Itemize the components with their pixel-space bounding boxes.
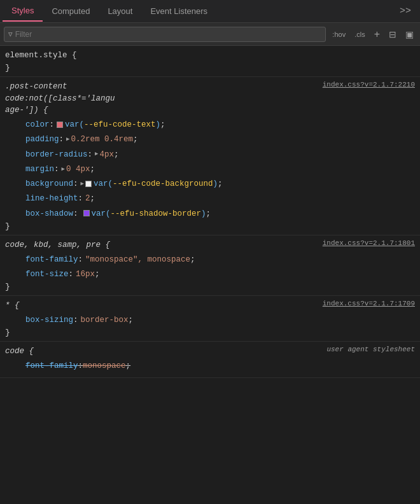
rule-element-style-header: element.style { bbox=[0, 50, 420, 62]
style-icon-2[interactable]: ▣ bbox=[403, 28, 416, 41]
color-swatch-shadow-border[interactable] bbox=[83, 210, 90, 216]
rule-brace-close-code-kbd: } bbox=[0, 282, 420, 291]
rule-code-ua-header: code { user agent stylesheet bbox=[0, 346, 420, 358]
rule-props-star: box-sizing : border-box ; bbox=[0, 313, 420, 328]
rule-star: * { index.css?v=2.1.7:1709 box-sizing : … bbox=[0, 296, 420, 342]
rule-source-post-content[interactable]: index.css?v=2.1.7:2210 bbox=[323, 81, 415, 88]
rule-star-header: * { index.css?v=2.1.7:1709 bbox=[0, 300, 420, 312]
expand-icon[interactable]: ▶ bbox=[95, 150, 98, 159]
filter-icon: ▽ bbox=[8, 30, 13, 38]
rule-source-star[interactable]: index.css?v=2.1.7:1709 bbox=[323, 300, 415, 307]
rule-selector-line2: code:not([class*='langu bbox=[5, 93, 318, 105]
prop-font-size-16: font-size : 16px ; bbox=[5, 267, 415, 282]
rules-container: element.style { } .post-content code:not… bbox=[0, 46, 420, 504]
prop-margin: margin : ▶ 0 4px ; bbox=[5, 162, 415, 177]
rule-brace-close-post-content: } bbox=[0, 221, 420, 231]
hov-button[interactable]: :hov bbox=[330, 29, 348, 39]
prop-color: color : var(--efu-code-text) ; bbox=[5, 118, 415, 132]
color-swatch-code-bg[interactable] bbox=[85, 181, 92, 187]
rule-post-content-header: .post-content code:not([class*='langu ag… bbox=[0, 81, 420, 116]
tab-event-listeners[interactable]: Event Listeners bbox=[141, 1, 216, 21]
tab-styles[interactable]: Styles bbox=[3, 1, 43, 22]
rule-props-post-content: color : var(--efu-code-text) ; padding :… bbox=[0, 118, 420, 221]
rule-selector-line3: age-']) { bbox=[5, 104, 318, 116]
expand-icon[interactable]: ▶ bbox=[62, 165, 65, 174]
tabs-bar: Styles Computed Layout Event Listeners >… bbox=[0, 0, 420, 23]
expand-icon[interactable]: ▶ bbox=[81, 179, 84, 189]
tab-more[interactable]: >> bbox=[393, 1, 417, 22]
rule-code-kbd-header: code, kbd, samp, pre { index.css?v=2.1.7… bbox=[0, 239, 420, 251]
element-style-selector: element.style { bbox=[5, 50, 415, 62]
filter-bar: ▽ :hov .cls + ⊟ ▣ bbox=[0, 23, 420, 46]
rule-code-kbd-samp-pre: code, kbd, samp, pre { index.css?v=2.1.7… bbox=[0, 235, 420, 296]
rule-code-ua: code { user agent stylesheet font-family… bbox=[0, 342, 420, 378]
rule-post-content: .post-content code:not([class*='langu ag… bbox=[0, 77, 420, 235]
rule-brace-close-star: } bbox=[0, 328, 420, 337]
style-icon-1[interactable]: ⊟ bbox=[386, 28, 399, 41]
rule-source-ua: user agent stylesheet bbox=[326, 346, 415, 353]
prop-background: background : ▶ var(--efu-code-background… bbox=[5, 177, 415, 192]
rule-props-code-kbd: font-family : "monospace", monospace ; f… bbox=[0, 253, 420, 283]
rule-selector-code-kbd: code, kbd, samp, pre { bbox=[5, 239, 318, 251]
prop-box-shadow: box-shadow : var(--efu-shadow-border) ; bbox=[5, 207, 415, 221]
cls-button[interactable]: .cls bbox=[352, 29, 368, 39]
prop-border-radius: border-radius : ▶ 4px ; bbox=[5, 148, 415, 162]
prop-padding: padding : ▶ 0.2rem 0.4rem ; bbox=[5, 132, 415, 147]
tab-computed[interactable]: Computed bbox=[43, 1, 99, 21]
expand-icon[interactable]: ▶ bbox=[66, 135, 69, 144]
prop-line-height: line-height : 2 ; bbox=[5, 192, 415, 206]
filter-input-wrap: ▽ bbox=[4, 27, 326, 42]
rule-source-code-kbd[interactable]: index.css?v=2.1.7:1801 bbox=[323, 239, 415, 247]
rule-element-style: element.style { } bbox=[0, 46, 420, 77]
prop-font-family-mono: font-family : "monospace", monospace ; bbox=[5, 253, 415, 267]
add-style-button[interactable]: + bbox=[372, 27, 382, 41]
prop-box-sizing: box-sizing : border-box ; bbox=[5, 313, 415, 328]
rule-props-code-ua: font-family : monospace ; bbox=[0, 359, 420, 374]
rule-selector-code-ua: code { bbox=[5, 346, 321, 358]
color-swatch-code-text[interactable] bbox=[57, 122, 63, 128]
filter-input[interactable] bbox=[15, 30, 322, 39]
rule-selector-line1: .post-content bbox=[5, 81, 318, 93]
rule-brace-close: } bbox=[0, 63, 420, 73]
rule-selector-star: * { bbox=[5, 300, 318, 312]
prop-font-family-ua: font-family : monospace ; bbox=[5, 359, 415, 374]
tab-layout[interactable]: Layout bbox=[99, 1, 141, 21]
